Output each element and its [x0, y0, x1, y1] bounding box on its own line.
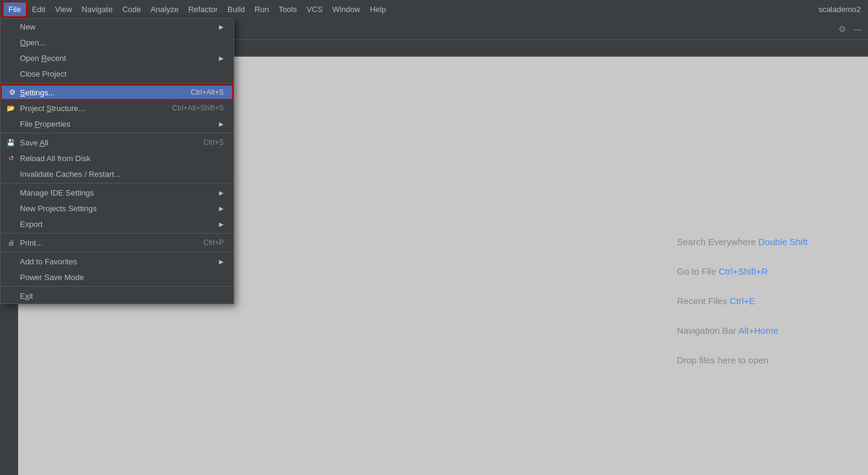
menubar-item-edit[interactable]: Edit: [27, 2, 50, 16]
menu-item-file-properties[interactable]: File Properties ▶: [1, 116, 233, 132]
menu-item-power-save[interactable]: Power Save Mode: [1, 269, 233, 285]
menubar-item-view[interactable]: View: [50, 2, 77, 16]
settings-icon: ⚙: [7, 87, 17, 98]
separator-6: [1, 286, 233, 287]
menu-item-save-all[interactable]: 💾 Save All Ctrl+S: [1, 135, 233, 150]
file-dropdown-overlay: New ▶ Open... Open Recent ▶ Close Projec…: [0, 18, 234, 304]
separator-2: [1, 133, 233, 133]
helper-drop-files: Drop files here to open: [677, 355, 808, 365]
nav-bar-shortcut: Alt+Home: [738, 325, 778, 336]
nav-bar-normal-text: Navigation Bar: [677, 325, 738, 336]
menubar-item-code[interactable]: Code: [118, 2, 146, 16]
menubar-item-build[interactable]: Build: [223, 2, 250, 16]
helper-nav-bar: Navigation Bar Alt+Home: [677, 325, 808, 336]
project-name: scalademo2: [814, 5, 866, 14]
search-normal-text: Search Everywhere: [677, 237, 758, 247]
menubar-item-help[interactable]: Help: [365, 2, 391, 16]
menubar-item-refactor[interactable]: Refactor: [183, 2, 223, 16]
menu-item-open-recent[interactable]: Open Recent ▶: [1, 50, 233, 66]
menubar-item-window[interactable]: Window: [328, 2, 365, 16]
recent-files-normal-text: Recent Files: [677, 296, 730, 306]
reload-icon: ↺: [5, 153, 16, 164]
file-dropdown-menu: New ▶ Open... Open Recent ▶ Close Projec…: [0, 18, 234, 304]
separator-3: [1, 183, 233, 183]
menubar-item-vcs[interactable]: VCS: [302, 2, 328, 16]
print-icon: 🖨: [5, 237, 16, 248]
menubar-item-analyze[interactable]: Analyze: [146, 2, 183, 16]
goto-file-shortcut: Ctrl+Shift+R: [718, 266, 768, 276]
toolbar-settings-icon[interactable]: ⚙: [835, 22, 849, 36]
menu-item-new-projects-settings[interactable]: New Projects Settings ▶: [1, 200, 233, 216]
menu-item-add-favorites[interactable]: Add to Favorites ▶: [1, 253, 233, 269]
drop-files-text: Drop files here to open: [677, 355, 768, 365]
goto-file-normal-text: Go to File: [677, 266, 718, 276]
helper-text: Search Everywhere Double Shift Go to Fil…: [677, 237, 808, 384]
separator-1: [1, 83, 233, 83]
menu-item-reload-all[interactable]: ↺ Reload All from Disk: [1, 150, 233, 166]
menu-item-open[interactable]: Open...: [1, 34, 233, 50]
helper-recent-files: Recent Files Ctrl+E: [677, 296, 808, 306]
menubar: File Edit View Navigate Code Analyze Ref…: [0, 0, 868, 18]
menu-item-project-structure[interactable]: 📂 Project Structure... Ctrl+Alt+Shift+S: [1, 100, 233, 116]
separator-4: [1, 233, 233, 234]
menubar-item-run[interactable]: Run: [250, 2, 274, 16]
menu-item-print[interactable]: 🖨 Print... Ctrl+P: [1, 235, 233, 250]
menu-item-invalidate-caches[interactable]: Invalidate Caches / Restart...: [1, 166, 233, 182]
search-shortcut: Double Shift: [758, 237, 808, 247]
menu-item-manage-ide[interactable]: Manage IDE Settings ▶: [1, 185, 233, 200]
menubar-item-file[interactable]: File: [2, 1, 27, 18]
menu-item-exit[interactable]: Exit: [1, 288, 233, 304]
recent-files-shortcut: Ctrl+E: [730, 296, 755, 306]
menu-item-settings[interactable]: ⚙ Settings... Ctrl+Alt+S: [1, 84, 233, 100]
menu-item-new[interactable]: New ▶: [1, 19, 233, 34]
menubar-item-navigate[interactable]: Navigate: [77, 2, 117, 16]
helper-goto-file: Go to File Ctrl+Shift+R: [677, 266, 808, 276]
toolbar-minimize-icon[interactable]: —: [851, 22, 865, 36]
menubar-item-tools[interactable]: Tools: [274, 2, 302, 16]
save-all-icon: 💾: [5, 137, 16, 148]
helper-search: Search Everywhere Double Shift: [677, 237, 808, 247]
separator-5: [1, 252, 233, 252]
project-structure-icon: 📂: [5, 103, 16, 113]
menu-item-export[interactable]: Export ▶: [1, 216, 233, 232]
menu-item-close-project[interactable]: Close Project: [1, 66, 233, 81]
